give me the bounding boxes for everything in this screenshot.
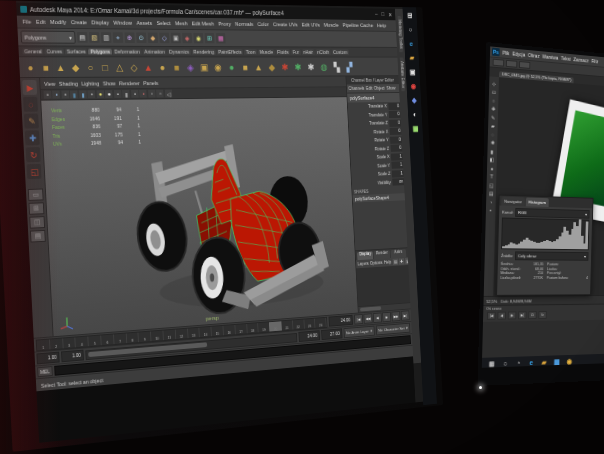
menu-item[interactable]: Create <box>68 19 89 25</box>
channel-box-menu-item[interactable]: Object <box>374 86 385 91</box>
viewport-toolbar-icon[interactable]: ● <box>97 90 105 98</box>
shelf-item-icon[interactable]: ■ <box>170 60 184 74</box>
maximize-icon[interactable]: □ <box>381 11 384 17</box>
shelf-item-icon[interactable]: ◍ <box>317 60 330 74</box>
menu-item[interactable]: Edit <box>33 19 47 25</box>
status-line-icon[interactable]: ⊙ <box>136 32 146 43</box>
photoshop-tool-icon[interactable]: ▪ <box>487 207 494 214</box>
attribute-value[interactable]: 1 <box>392 170 404 178</box>
viewport-toolbar-icon[interactable]: ▮ <box>122 90 130 98</box>
status-line-icon[interactable]: ▣ <box>171 33 181 43</box>
frame-tick[interactable]: 7 <box>114 333 127 344</box>
zoom-level[interactable]: 52,5% <box>486 298 497 303</box>
move-tool-icon[interactable]: ✚ <box>25 130 40 145</box>
shelf-tab[interactable]: nCloth <box>315 49 331 54</box>
viewport-menu-item[interactable]: Renderer <box>119 80 140 86</box>
taskbar-app-icon[interactable]: ▰ <box>408 53 417 63</box>
shelf-tab[interactable]: Fur <box>291 49 301 55</box>
viewport-toolbar-icon[interactable]: ▫ <box>148 90 156 98</box>
photoshop-menu-item[interactable]: Obraz <box>528 52 540 58</box>
shelf-item-icon[interactable]: ● <box>23 60 38 75</box>
vertical-panel-tab[interactable]: Modeling Toolkit <box>397 16 403 52</box>
channel-dropdown[interactable]: RGB ▾ <box>515 207 590 218</box>
frame-tick[interactable]: 22 <box>293 319 305 329</box>
menu-item[interactable]: Proxy <box>216 21 233 27</box>
playback-button[interactable]: |◀ <box>354 314 363 325</box>
menu-item[interactable]: Normals <box>233 21 256 27</box>
shelf-item-icon[interactable]: ◆ <box>265 60 278 74</box>
shelf-tab[interactable]: General <box>22 48 44 54</box>
taskbar-app-icon[interactable]: ◔ <box>514 358 523 367</box>
shelf-item-icon[interactable]: ▲ <box>141 60 155 74</box>
viewport-menu-item[interactable]: Panels <box>143 80 158 86</box>
shelf-item-icon[interactable]: ◉ <box>211 60 225 74</box>
taskbar-app-icon[interactable]: e <box>407 39 416 49</box>
shelf-tab[interactable]: Fluids <box>275 49 290 55</box>
photoshop-tool-icon[interactable]: ✎ <box>490 113 497 120</box>
playback-button[interactable]: ▶| <box>401 310 410 320</box>
shelf-item-icon[interactable]: ▞ <box>343 60 356 74</box>
attribute-value[interactable]: 0 <box>388 103 400 110</box>
taskbar-app-icon[interactable]: ◉ <box>565 357 573 366</box>
taskbar-app-icon[interactable]: ▰ <box>540 358 548 367</box>
shelf-tab[interactable]: Muscle <box>258 49 275 55</box>
source-dropdown[interactable]: Cały obraz ▾ <box>515 251 589 260</box>
playback-button[interactable]: ◀ <box>373 313 382 324</box>
shelf-item-icon[interactable]: ◈ <box>184 60 198 74</box>
photoshop-tool-icon[interactable]: ✱ <box>489 139 496 146</box>
status-line-icon[interactable]: ⌖ <box>113 32 124 43</box>
shelf-item-icon[interactable]: ✱ <box>278 60 291 74</box>
options-menu[interactable]: Options <box>370 260 383 265</box>
viewport-toolbar-icon[interactable]: ▮ <box>79 90 87 98</box>
shelf-item-icon[interactable]: △ <box>112 60 126 74</box>
frame-tick[interactable]: 2 <box>50 338 64 349</box>
current-frame-marker[interactable] <box>269 321 282 331</box>
frame-tick[interactable]: 14 <box>200 326 212 336</box>
layout-preset-icon[interactable]: ▤ <box>30 230 46 243</box>
shelf-item-icon[interactable]: ✱ <box>292 60 305 74</box>
photoshop-tool-icon[interactable]: ▮ <box>489 147 496 154</box>
attribute-value[interactable]: 1 <box>391 161 403 168</box>
viewport-menu-item[interactable]: Lighting <box>81 80 99 86</box>
photoshop-tool-icon[interactable]: ⊹ <box>491 79 498 87</box>
shelf-tab[interactable]: nHair <box>301 49 315 54</box>
frame-tick[interactable]: 8 <box>126 332 139 343</box>
channel-box-menu-item[interactable]: Edit <box>366 86 373 91</box>
viewport-toolbar-icon[interactable]: ▪ <box>52 91 60 99</box>
layer-editor-tab[interactable]: Display <box>357 251 373 260</box>
layer-list[interactable] <box>356 265 410 306</box>
attribute-value[interactable]: 0 <box>390 136 402 143</box>
menu-item[interactable]: Mesh <box>173 20 190 26</box>
layers-menu[interactable]: Layers <box>358 261 369 266</box>
taskbar-app-icon[interactable]: ◉ <box>409 81 418 91</box>
shelf-tab[interactable]: Rendering <box>192 49 216 55</box>
shelf-tab[interactable]: Curves <box>45 48 64 54</box>
viewport-toolbar-icon[interactable]: ▪ <box>44 91 52 99</box>
layout-preset-icon[interactable]: ▭ <box>28 188 44 200</box>
status-line-icon[interactable]: ▤ <box>77 32 88 43</box>
photoshop-tool-icon[interactable]: ▤ <box>488 190 495 197</box>
shelf-item-icon[interactable]: ▣ <box>197 60 211 74</box>
create-layer-icon[interactable]: ✚ <box>399 258 405 265</box>
photoshop-tool-icon[interactable]: ○ <box>490 96 497 103</box>
option-widget[interactable] <box>519 61 530 69</box>
shelf-tab[interactable]: Polygons <box>88 49 111 55</box>
animation-end-field[interactable]: 27.00 <box>321 328 342 340</box>
frame-tick[interactable]: 1 <box>37 339 51 350</box>
frame-tick[interactable]: 17 <box>235 324 247 334</box>
mel-toggle-button[interactable]: MEL <box>37 366 53 377</box>
photoshop-menu-item[interactable]: Warstwa <box>542 54 558 60</box>
shelf-tab[interactable]: Dynamics <box>167 49 191 55</box>
playback-button[interactable]: ▶ <box>382 312 391 323</box>
shelf-tab[interactable]: Surfaces <box>65 49 88 55</box>
photoshop-tool-icon[interactable]: ◧ <box>489 156 496 163</box>
photoshop-tool-icon[interactable]: ◱ <box>488 181 495 188</box>
photoshop-tool-icon[interactable]: ● <box>488 164 495 171</box>
shelf-tab[interactable]: PaintEffects <box>216 49 243 55</box>
viewport-toolbar-icon[interactable]: ▪ <box>114 90 122 98</box>
shelf-item-icon[interactable]: ▚ <box>330 60 343 74</box>
shelf-tab[interactable]: Toon <box>244 49 257 55</box>
panel-tab[interactable]: Nawigator <box>501 197 525 207</box>
frame-tick[interactable]: 10 <box>151 330 164 341</box>
rear-left-tire[interactable] <box>132 198 192 276</box>
